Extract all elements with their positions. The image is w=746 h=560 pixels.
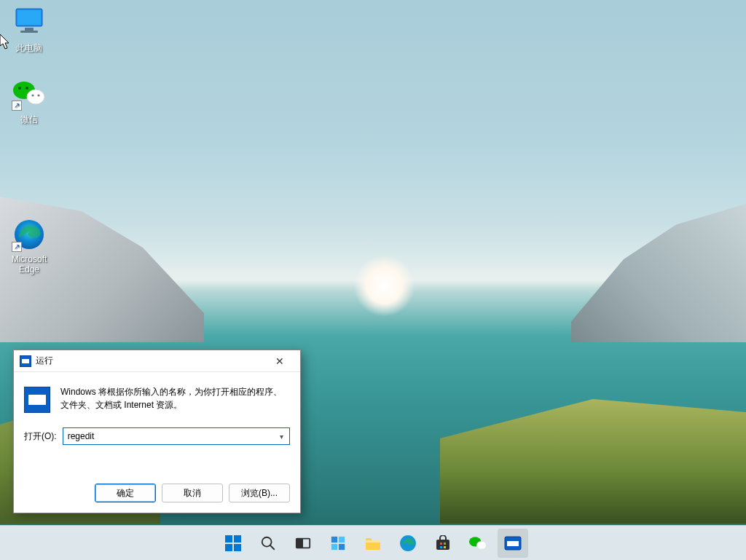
svg-rect-13: [225, 544, 232, 551]
wechat-icon: [468, 535, 487, 551]
svg-rect-19: [331, 536, 337, 542]
taskbar-task-view[interactable]: [288, 529, 318, 558]
taskbar: [0, 525, 746, 560]
svg-rect-33: [507, 541, 519, 546]
task-view-icon: [295, 535, 311, 551]
store-icon: [434, 535, 452, 551]
file-explorer-icon: [364, 535, 382, 551]
svg-rect-1: [17, 10, 41, 25]
taskbar-file-explorer[interactable]: [358, 529, 388, 558]
svg-point-8: [31, 94, 34, 96]
close-icon: ✕: [275, 355, 284, 367]
taskbar-store[interactable]: [428, 529, 458, 558]
desktop-icon-label: 此电脑: [1, 42, 57, 55]
taskbar-run[interactable]: [498, 529, 528, 558]
svg-rect-23: [366, 540, 380, 543]
edge-icon: [399, 535, 417, 552]
wallpaper-mountain-right: [571, 204, 746, 342]
svg-rect-20: [339, 536, 345, 542]
edge-icon: ↗: [12, 217, 47, 252]
desktop-icon-label: 微信: [1, 114, 57, 126]
shortcut-arrow-icon: ↗: [12, 100, 22, 111]
svg-rect-11: [225, 535, 232, 543]
taskbar-search[interactable]: [253, 529, 283, 558]
ok-button[interactable]: 确定: [95, 484, 156, 502]
svg-rect-25: [436, 540, 449, 550]
run-icon: [504, 536, 522, 551]
run-icon: [20, 355, 31, 367]
wallpaper-grass-right: [440, 393, 746, 524]
browse-button[interactable]: 浏览(B)...: [229, 484, 290, 502]
svg-point-6: [25, 87, 28, 90]
wallpaper-sun: [353, 255, 415, 317]
run-dialog-title: 运行: [36, 355, 265, 367]
shortcut-arrow-icon: ↗: [12, 242, 22, 252]
svg-rect-22: [339, 543, 345, 549]
search-icon: [260, 535, 276, 551]
svg-point-7: [27, 90, 44, 104]
cancel-button[interactable]: 取消: [162, 484, 223, 502]
desktop-icon-edge[interactable]: ↗ Microsoft Edge: [1, 217, 57, 275]
widgets-icon: [330, 535, 346, 551]
svg-rect-14: [234, 544, 241, 551]
desktop-icon-wechat[interactable]: ↗ 微信: [1, 76, 57, 126]
open-combobox[interactable]: ▾: [63, 427, 290, 445]
svg-rect-27: [444, 543, 446, 545]
svg-point-31: [476, 541, 486, 549]
run-dialog: 运行 ✕ Windows 将根据你所输入的名称，为你打开相应的程序、文件夹、文档…: [13, 350, 301, 513]
open-label: 打开(O):: [24, 430, 57, 443]
svg-rect-12: [234, 535, 241, 543]
desktop-icon-this-pc[interactable]: 此电脑: [1, 4, 57, 55]
windows-start-icon: [224, 535, 242, 552]
run-large-icon: [24, 387, 50, 413]
svg-rect-29: [444, 546, 446, 548]
open-input[interactable]: [63, 427, 290, 445]
close-button[interactable]: ✕: [265, 351, 294, 371]
taskbar-start[interactable]: [218, 529, 248, 558]
this-pc-icon: [12, 4, 47, 39]
svg-rect-26: [440, 543, 442, 545]
desktop[interactable]: 此电脑 ↗ 微信: [0, 0, 746, 560]
svg-rect-18: [297, 538, 303, 548]
svg-rect-2: [25, 28, 34, 31]
chevron-down-icon[interactable]: ▾: [275, 430, 287, 442]
wechat-icon: ↗: [12, 76, 47, 111]
run-description: Windows 将根据你所输入的名称，为你打开相应的程序、文件夹、文档或 Int…: [60, 385, 290, 413]
svg-rect-3: [20, 31, 38, 33]
svg-point-9: [37, 94, 39, 96]
taskbar-widgets[interactable]: [323, 529, 353, 558]
taskbar-edge[interactable]: [393, 529, 423, 558]
desktop-icon-label: Microsoft Edge: [1, 255, 57, 275]
taskbar-wechat[interactable]: [463, 529, 493, 558]
svg-line-16: [270, 545, 275, 549]
run-dialog-titlebar[interactable]: 运行 ✕: [14, 350, 300, 372]
svg-rect-28: [440, 546, 442, 548]
svg-rect-21: [331, 543, 337, 549]
svg-point-5: [18, 87, 21, 90]
